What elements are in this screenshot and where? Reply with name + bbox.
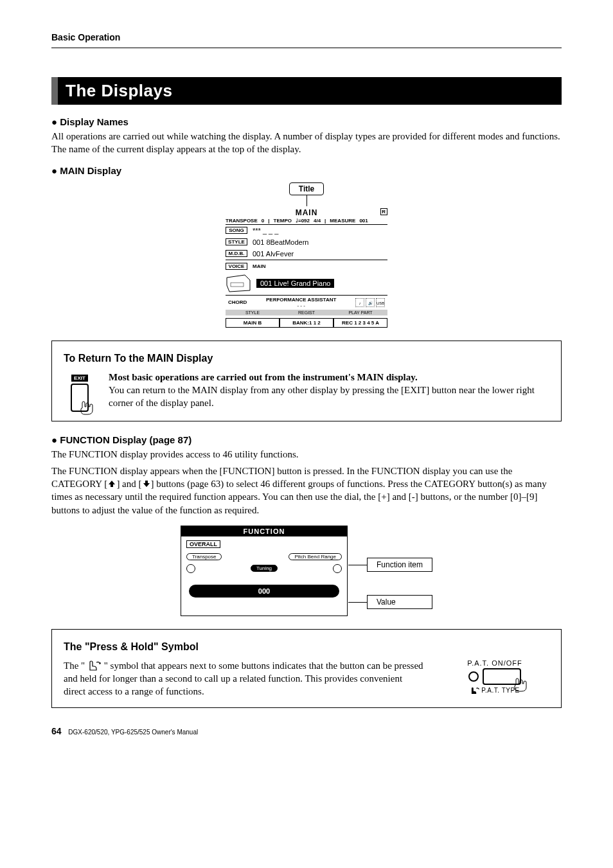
press-hold-box: The "Press & Hold" Symbol The " " symbol… bbox=[51, 629, 562, 708]
song-tag: SONG bbox=[226, 227, 247, 234]
footer-regist: BANK:1 1 2 bbox=[280, 318, 333, 328]
tempo-label: TEMPO bbox=[274, 218, 292, 224]
song-value: *** _ _ _ bbox=[253, 227, 278, 235]
style-value: 001 8BeatModern bbox=[253, 238, 308, 246]
func-value: 000 bbox=[189, 585, 339, 598]
tempo-value: ♩=092 bbox=[296, 218, 310, 224]
transpose-label: TRANSPOSE bbox=[226, 218, 258, 224]
return-box-body: You can return to the MAIN display from … bbox=[109, 385, 535, 408]
category-down-icon bbox=[142, 479, 151, 488]
press-hold-text: The " " symbol that appears next to some… bbox=[64, 659, 425, 698]
speaker-icon: 🔊 bbox=[366, 298, 375, 307]
function-display-heading: FUNCTION Display (page 87) bbox=[51, 434, 562, 445]
pat-led-icon bbox=[468, 671, 479, 682]
voice-tag: VOICE bbox=[226, 263, 247, 270]
perf-assist-label: PERFORMANCE ASSISTANT bbox=[266, 297, 336, 303]
function-line1: The FUNCTION display provides access to … bbox=[51, 448, 562, 461]
voice-value: 001 Live! Grand Piano bbox=[256, 279, 334, 288]
manual-title: DGX-620/520, YPG-625/525 Owner's Manual bbox=[68, 729, 198, 736]
pat-button bbox=[483, 668, 521, 685]
callout-function-item: Function item bbox=[367, 558, 432, 572]
piano-icon bbox=[226, 274, 251, 293]
svg-rect-0 bbox=[231, 283, 244, 287]
section-header: Basic Operation bbox=[51, 32, 562, 42]
function-lcd: FUNCTION OVERALL Transpose Pitch Bend Ra… bbox=[181, 526, 348, 616]
hand-icon bbox=[78, 399, 95, 416]
func-right-pill: Pitch Bend Range bbox=[289, 553, 342, 560]
press-hold-symbol-icon bbox=[87, 660, 102, 671]
mdb-value: 001 AlvFever bbox=[253, 250, 294, 258]
return-box-title: To Return To the MAIN Display bbox=[64, 353, 549, 364]
voice-main-label: MAIN bbox=[253, 263, 265, 269]
func-lcd-title: FUNCTION bbox=[181, 526, 347, 536]
note-icon: ♪ bbox=[355, 298, 364, 307]
style-tag: STYLE bbox=[226, 238, 247, 245]
footer-playpart: REC 1 2 3 4 5 A bbox=[333, 318, 387, 328]
pat-diagram: P.A.T. ON/OFF P.A.T. TYPE bbox=[440, 659, 549, 695]
callout-value: Value bbox=[367, 595, 432, 609]
page-footer: 64 DGX-620/520, YPG-625/525 Owner's Manu… bbox=[51, 726, 562, 736]
press-hold-symbol-icon bbox=[470, 686, 480, 695]
function-display-figure: FUNCTION OVERALL Transpose Pitch Bend Ra… bbox=[51, 526, 562, 616]
function-line2: The FUNCTION display appears when the [F… bbox=[51, 465, 562, 517]
main-lcd: MAIN R TRANSPOSE 0 | TEMPO ♩=092 4/4 | M… bbox=[226, 208, 387, 328]
footer-header-regist: REGIST bbox=[280, 310, 333, 315]
exit-button-illustration: EXIT bbox=[64, 371, 96, 412]
perf-assist-value: - - - bbox=[297, 303, 305, 308]
display-names-heading: Display Names bbox=[51, 116, 562, 127]
press-hold-title: The "Press & Hold" Symbol bbox=[64, 641, 549, 653]
hand-icon bbox=[512, 676, 529, 693]
return-box-bold: Most basic operations are carried out fr… bbox=[109, 372, 418, 382]
footer-header-style: STYLE bbox=[226, 310, 280, 315]
timesig-value: 4/4 bbox=[314, 218, 321, 224]
chord-label: CHORD bbox=[228, 299, 247, 305]
measure-label: MEASURE bbox=[330, 218, 355, 224]
display-names-body: All operations are carried out while wat… bbox=[51, 130, 562, 156]
dial-left-icon bbox=[186, 564, 195, 573]
exit-label: EXIT bbox=[71, 375, 88, 382]
lcd-title: MAIN bbox=[296, 208, 318, 217]
pat-onoff-label: P.A.T. ON/OFF bbox=[440, 659, 549, 667]
dial-right-icon bbox=[333, 564, 342, 573]
footer-style: MAIN B bbox=[226, 318, 280, 328]
reg-icon: R bbox=[380, 208, 387, 215]
measure-value: 001 bbox=[359, 218, 368, 224]
usb-icon: USB bbox=[376, 298, 385, 307]
return-to-main-box: To Return To the MAIN Display EXIT Most … bbox=[51, 341, 562, 421]
footer-header-playpart: PLAY PART bbox=[333, 310, 387, 315]
title-callout: Title bbox=[289, 182, 324, 195]
page-banner: The Displays bbox=[51, 77, 562, 105]
func-center-pill: Tuning bbox=[251, 565, 278, 572]
page-number: 64 bbox=[51, 726, 62, 736]
main-display-heading: MAIN Display bbox=[51, 165, 562, 176]
transpose-value: 0 bbox=[262, 218, 264, 224]
func-overall: OVERALL bbox=[186, 540, 220, 548]
func-left-pill: Transpose bbox=[186, 553, 222, 560]
status-icons: ♪ 🔊 USB bbox=[355, 298, 385, 307]
mdb-tag: M.D.B. bbox=[226, 250, 247, 257]
main-display-figure: Title MAIN R TRANSPOSE 0 | TEMPO ♩=092 4… bbox=[51, 182, 562, 328]
category-up-icon bbox=[107, 479, 116, 488]
